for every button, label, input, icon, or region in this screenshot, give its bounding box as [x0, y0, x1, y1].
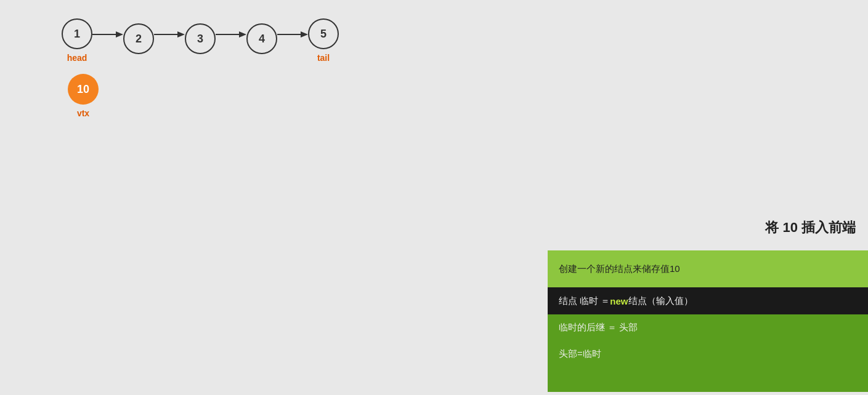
svg-marker-7 [301, 31, 308, 38]
vtx-node-area: 10 vtx [68, 74, 99, 118]
info-row-3: 临时的后继 ＝ 头部 [548, 314, 868, 341]
node-3: 3 [185, 23, 216, 54]
arrow-2 [154, 28, 185, 41]
info-row-empty [548, 367, 868, 392]
node-5-group: 5 tail [308, 18, 339, 63]
info-row-4: 头部=临时 [548, 341, 868, 367]
info-row-2: 结点 临时 ＝ new 结点（输入值） [548, 287, 868, 314]
info-row-2-suffix: 结点（输入值） [628, 295, 693, 307]
node-2-group: 2 [123, 23, 154, 58]
linked-list: 1 head 2 3 4 5 tail [62, 18, 339, 63]
svg-marker-1 [116, 31, 123, 38]
node-5-label: tail [317, 53, 330, 63]
arrow-4 [277, 28, 308, 41]
vtx-circle: 10 [68, 74, 99, 105]
node-3-group: 3 [185, 23, 216, 58]
node-2: 2 [123, 23, 154, 54]
arrow-1 [92, 28, 123, 41]
info-panel: 创建一个新的结点来储存值10 结点 临时 ＝ new 结点（输入值） 临时的后继… [548, 250, 868, 395]
panel-title: 将 10 插入前端 [765, 218, 856, 237]
info-row-4-text: 头部=临时 [559, 348, 601, 360]
vtx-label: vtx [77, 108, 89, 118]
node-4-group: 4 [246, 23, 277, 58]
node-5: 5 [308, 18, 339, 49]
svg-marker-5 [239, 31, 246, 38]
info-row-3-text: 临时的后继 ＝ 头部 [559, 322, 638, 333]
node-4: 4 [246, 23, 277, 54]
info-row-1: 创建一个新的结点来储存值10 [548, 250, 868, 287]
info-row-1-text: 创建一个新的结点来储存值10 [559, 263, 680, 275]
info-row-2-prefix: 结点 临时 ＝ [559, 295, 610, 307]
arrow-3 [216, 28, 246, 41]
node-1: 1 [62, 18, 92, 49]
node-1-label: head [67, 53, 87, 63]
node-1-group: 1 head [62, 18, 92, 63]
info-row-2-keyword: new [610, 296, 628, 306]
svg-marker-3 [177, 31, 185, 38]
